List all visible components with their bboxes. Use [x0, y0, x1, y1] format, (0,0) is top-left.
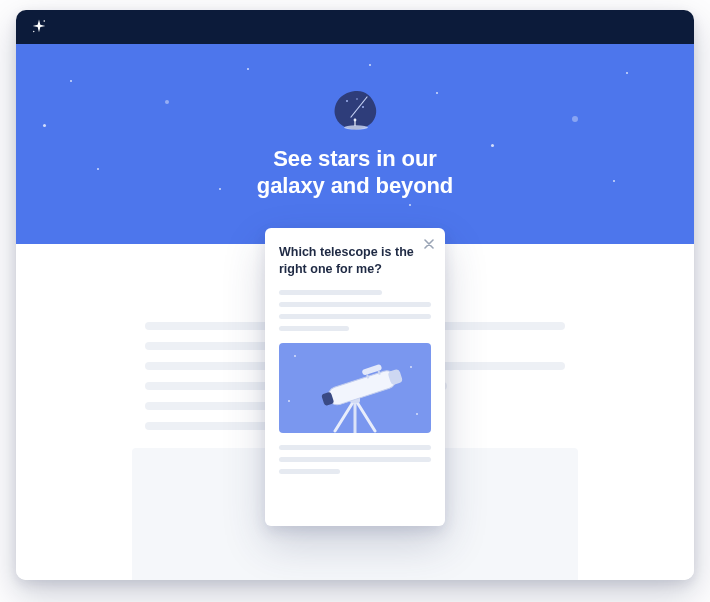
close-button[interactable] — [421, 236, 437, 252]
hero-banner: See stars in our galaxy and beyond — [16, 44, 694, 244]
article-image — [279, 343, 431, 433]
svg-rect-12 — [326, 368, 398, 407]
hero-headline: See stars in our galaxy and beyond — [257, 145, 453, 200]
titlebar — [16, 10, 694, 44]
svg-point-3 — [362, 106, 364, 108]
svg-line-9 — [355, 399, 375, 431]
hero-headline-line1: See stars in our — [273, 146, 436, 171]
svg-point-0 — [43, 20, 45, 22]
svg-line-17 — [367, 374, 368, 378]
svg-rect-6 — [354, 121, 355, 126]
article-body-placeholder-top — [279, 290, 431, 331]
app-window: See stars in our galaxy and beyond Which… — [16, 10, 694, 580]
svg-point-4 — [356, 98, 358, 100]
close-icon — [424, 239, 434, 249]
article-body-placeholder-bottom — [279, 445, 431, 474]
telescope-icon — [279, 343, 431, 433]
svg-point-5 — [354, 118, 357, 121]
article-title: Which telescope is the right one for me? — [279, 244, 431, 278]
hero-illustration — [327, 89, 383, 133]
hero-headline-line2: galaxy and beyond — [257, 173, 453, 198]
sparkle-icon — [30, 18, 48, 36]
svg-point-2 — [346, 100, 348, 102]
article-card: Which telescope is the right one for me? — [265, 228, 445, 526]
svg-line-18 — [379, 371, 380, 375]
svg-point-7 — [344, 125, 368, 129]
svg-point-1 — [33, 31, 34, 32]
